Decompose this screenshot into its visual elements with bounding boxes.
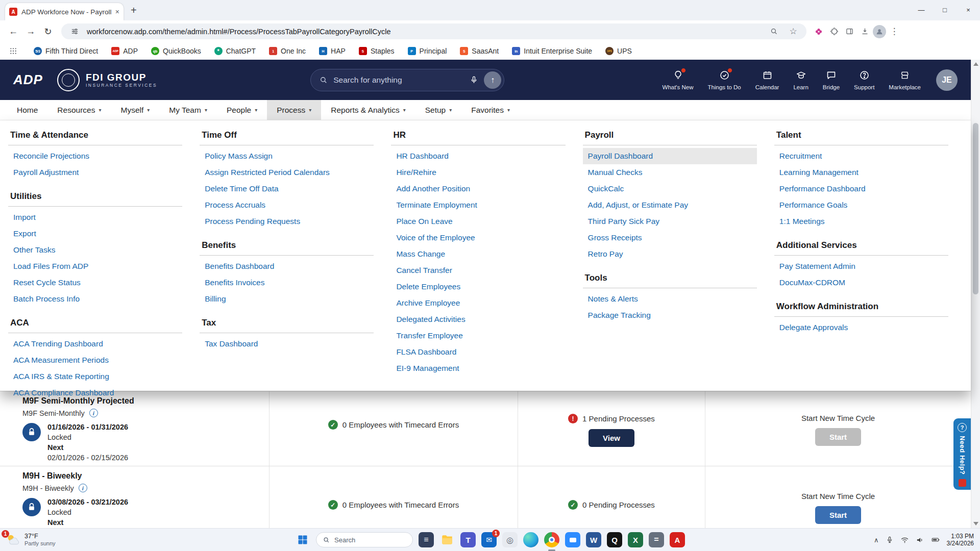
bookmark-staples[interactable]: Staples [359,47,395,55]
extensions-puzzle-icon[interactable] [827,24,841,39]
menu-item[interactable]: EI-9 Management [391,360,565,377]
volume-icon[interactable] [916,536,924,544]
refresh-button[interactable]: ↻ [40,23,56,40]
search-submit-button[interactable]: ↑ [484,71,501,89]
menu-item[interactable]: DocuMax-CDROM [774,274,948,291]
start-button[interactable]: Start [815,506,861,524]
taskbar-icon-excel[interactable] [628,532,643,547]
download-icon[interactable] [857,24,872,39]
nav-home[interactable]: Home [7,100,47,120]
menu-item[interactable]: Policy Mass Assign [200,148,374,164]
menu-item[interactable]: Billing [200,291,374,307]
menu-item[interactable]: Transfer Employee [391,328,565,344]
bookmark-intuit[interactable]: Intuit Enterprise Suite [512,47,592,55]
taskbar-clock[interactable]: 1:03 PM 3/24/2026 [947,533,974,547]
header-action-learn[interactable]: Learn [793,70,808,90]
tray-expand-chevron[interactable]: ∧ [874,536,879,544]
battery-icon[interactable] [931,535,940,544]
extension-pink-icon[interactable] [812,24,826,39]
view-button[interactable]: View [589,429,634,447]
bookmark-principal[interactable]: Principal [408,47,447,55]
menu-item[interactable]: Hire/Rehire [391,164,565,181]
menu-item[interactable]: Voice of the Employee [391,230,565,246]
menu-item[interactable]: Manual Checks [583,164,757,181]
start-button[interactable]: Start [815,428,861,446]
menu-item[interactable]: Add Another Position [391,181,565,197]
menu-item[interactable]: Learning Management [774,164,948,181]
window-close-button[interactable]: × [957,0,980,20]
taskbar-icon-file-explorer[interactable] [439,532,455,547]
bookmark-chatgpt[interactable]: ChatGPT [214,47,256,55]
taskbar-icon-word[interactable] [586,532,601,547]
header-action-support[interactable]: Support [854,70,874,90]
taskbar-icon-edge[interactable] [523,532,538,547]
menu-item[interactable]: Add, Adjust, or Estimate Pay [583,197,757,213]
menu-item[interactable]: Tax Dashboard [200,336,374,352]
menu-item[interactable]: ACA IRS & State Reporting [8,368,182,385]
menu-item[interactable]: ACA Measurement Periods [8,352,182,368]
menu-item[interactable]: Retro Pay [583,246,757,262]
bookmark-fifth-third[interactable]: Fifth Third Direct [34,47,98,55]
taskbar-icon-outlook[interactable]: 1 [481,532,497,547]
menu-item[interactable]: Process Accruals [200,197,374,213]
bookmark-one-inc[interactable]: One Inc [269,47,306,55]
mic-icon[interactable] [469,75,479,85]
menu-item[interactable]: Gross Receipts [583,230,757,246]
menu-item[interactable]: Mass Change [391,246,565,262]
weather-widget[interactable]: 1 37°F Partly sunny [5,532,56,547]
nav-my-team[interactable]: My Team▾ [159,100,217,120]
menu-item[interactable]: Terminate Employment [391,197,565,213]
taskbar-icon-chrome[interactable] [544,532,559,547]
menu-item[interactable]: HR Dashboard [391,148,565,164]
menu-item[interactable]: Benefits Dashboard [200,258,374,274]
menu-item[interactable]: Export [8,226,182,242]
menu-item[interactable]: Third Party Sick Pay [583,213,757,230]
taskbar-icon-calculator[interactable] [649,532,664,547]
header-action-whats-new[interactable]: What's New [663,70,694,90]
browser-menu-kebab-icon[interactable]: ⋮ [887,24,901,39]
menu-item[interactable]: QuickCalc [583,181,757,197]
taskbar-icon-acrobat[interactable] [670,532,685,547]
taskbar-icon-zoom[interactable] [565,532,580,547]
nav-process[interactable]: Process▾ [267,100,321,120]
scrollbar-thumb[interactable] [973,123,978,294]
window-minimize-button[interactable]: — [910,0,933,20]
menu-item[interactable]: Benefits Invoices [200,274,374,291]
info-icon[interactable] [79,484,87,492]
menu-item[interactable]: Assign Restricted Period Calendars [200,164,374,181]
menu-item[interactable]: Cancel Transfer [391,262,565,279]
new-tab-button[interactable]: + [131,5,137,16]
nav-myself[interactable]: Myself▾ [111,100,159,120]
menu-item[interactable]: Payroll Adjustment [8,164,182,181]
menu-item[interactable]: Delete Employees [391,279,565,295]
menu-item[interactable]: Reset Cycle Status [8,274,182,291]
taskbar-icon-copilot[interactable] [502,532,518,547]
scroll-up-arrow[interactable] [973,62,978,66]
nav-reports-analytics[interactable]: Reports & Analytics▾ [321,100,415,120]
header-action-bridge[interactable]: Bridge [823,70,840,90]
bookmark-hap[interactable]: HAP [319,47,346,55]
menu-item[interactable]: Notes & Alerts [583,291,757,307]
mic-tray-icon[interactable] [886,536,894,544]
apps-grid-icon[interactable] [6,44,20,58]
taskbar-icon-notepad[interactable] [419,532,434,547]
bookmark-ups[interactable]: UPS [605,47,632,55]
menu-item[interactable]: FLSA Dashboard [391,344,565,360]
user-avatar[interactable]: JE [936,69,958,91]
menu-item[interactable]: Recruitment [774,148,948,164]
nav-favorites[interactable]: Favorites▾ [461,100,520,120]
menu-item[interactable]: Package Tracking [583,307,757,323]
header-action-marketplace[interactable]: Marketplace [889,70,921,90]
forward-button[interactable]: → [22,23,39,40]
page-scrollbar[interactable] [971,60,980,528]
menu-item[interactable]: Performance Dashboard [774,181,948,197]
wifi-icon[interactable] [900,536,909,544]
header-action-calendar[interactable]: Calendar [755,70,779,90]
taskbar-icon-quickbooks[interactable] [607,532,622,547]
bookmark-quickbooks[interactable]: QuickBooks [151,47,201,55]
browser-tab[interactable]: ADP Workforce Now - Payroll D × [5,3,124,20]
nav-setup[interactable]: Setup▾ [415,100,462,120]
window-maximize-button[interactable]: □ [933,0,957,20]
menu-item[interactable]: ACA Compliance Dashboard [8,385,182,401]
address-bar[interactable]: workforcenow.adp.com/theme/admin.html#/P… [61,23,806,39]
